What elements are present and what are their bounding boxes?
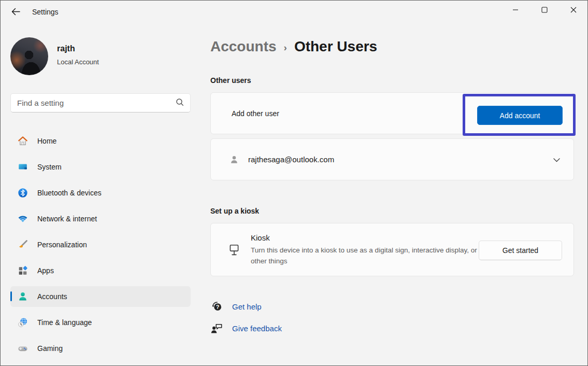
give-feedback-link[interactable]: Give feedback [232,324,282,333]
add-other-user-label: Add other user [232,109,279,118]
apps-icon [17,265,28,276]
sidebar-item-label: Bluetooth & devices [37,189,102,197]
kiosk-section-label: Set up a kiosk [210,207,259,215]
sidebar-item-label: Gaming [37,344,63,353]
minimize-icon [512,6,519,15]
kiosk-title: Kiosk [251,233,494,242]
search-input[interactable] [17,98,176,107]
sidebar-item-time-language[interactable]: Time & language [10,312,191,333]
bluetooth-icon [17,187,28,199]
gaming-icon [17,343,28,354]
user-account-type: Local Account [57,58,99,66]
search-box[interactable] [10,93,191,112]
sidebar-item-apps[interactable]: Apps [10,260,191,281]
sidebar: rajth Local Account Home [0,25,202,366]
get-help-icon: ? [210,300,228,313]
sidebar-item-network[interactable]: Network & internet [10,208,191,229]
sidebar-item-gaming[interactable]: Gaming [10,338,191,359]
sidebar-item-label: Home [37,137,56,145]
other-user-account-card[interactable]: rajthesaga@outlook.com [210,138,574,180]
kiosk-description: Turn this device into a kiosk to use as … [251,245,494,266]
add-account-button[interactable]: Add account [477,106,563,125]
sidebar-item-label: Apps [37,266,54,275]
search-icon [176,98,184,108]
sidebar-item-label: Personalization [37,241,87,249]
sidebar-item-accounts[interactable]: Accounts [10,286,191,307]
svg-text:?: ? [216,303,220,309]
breadcrumb-separator: › [284,42,287,53]
time-language-icon [17,317,28,328]
give-feedback-icon [210,322,228,335]
chevron-down-icon[interactable] [552,156,561,166]
get-started-button[interactable]: Get started [479,241,562,260]
other-users-section-label: Other users [210,76,251,85]
user-name: rajth [57,44,75,53]
account-email: rajthesaga@outlook.com [248,155,334,164]
page-title: Other Users [294,38,377,55]
close-button[interactable] [559,0,588,21]
sidebar-item-label: Network & internet [37,215,97,223]
sidebar-item-bluetooth[interactable]: Bluetooth & devices [10,182,191,203]
sidebar-item-label: System [37,163,62,171]
sidebar-item-home[interactable]: Home [10,131,191,151]
kiosk-card: Kiosk Turn this device into a kiosk to u… [210,223,574,276]
sidebar-item-label: Time & language [37,318,92,327]
minimize-button[interactable] [501,0,530,21]
breadcrumb: Accounts › Other Users [210,38,377,55]
back-button[interactable] [7,5,24,20]
breadcrumb-accounts[interactable]: Accounts [210,38,277,55]
add-other-user-card: Add other user Add account [210,92,574,134]
user-avatar[interactable] [10,37,48,75]
back-arrow-icon [11,8,20,18]
user-person-icon [228,154,240,165]
network-wifi-icon [17,213,28,224]
titlebar: Settings [0,0,588,25]
personalization-icon [17,239,28,250]
sidebar-nav: Home System Bluetooth & devices [10,131,191,364]
sidebar-item-system[interactable]: System [10,157,191,177]
close-icon [570,6,577,15]
app-title: Settings [32,8,59,16]
maximize-button[interactable] [530,0,559,21]
sidebar-item-personalization[interactable]: Personalization [10,234,191,255]
window-controls [501,0,588,21]
maximize-icon [541,6,548,15]
get-help-link[interactable]: Get help [232,302,262,311]
accounts-icon [17,291,28,302]
give-feedback-row: Give feedback [210,321,282,335]
kiosk-icon [227,243,241,257]
system-icon [17,161,28,173]
main-content: Accounts › Other Users Other users Add o… [210,25,588,366]
home-icon [17,135,28,147]
get-help-row: ? Get help [210,299,262,314]
sidebar-item-label: Accounts [37,292,67,301]
